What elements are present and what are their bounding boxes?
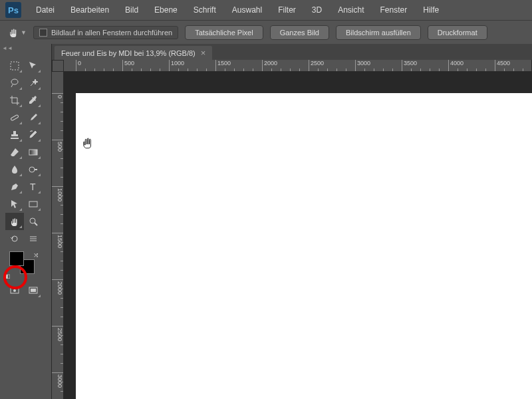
bandage-icon xyxy=(9,112,20,123)
print-size-button[interactable]: Druckformat xyxy=(428,25,487,40)
menu-help[interactable]: Hilfe xyxy=(416,3,446,17)
move-tool[interactable] xyxy=(24,57,43,74)
crop-tool[interactable] xyxy=(5,92,24,109)
app-logo: Ps xyxy=(5,2,21,18)
eraser-tool[interactable] xyxy=(5,144,24,161)
menu-select[interactable]: Auswahl xyxy=(225,3,269,17)
ruler-tick: 2500 xyxy=(309,60,324,71)
horizontal-ruler[interactable]: 050010001500200025003000350040004500 xyxy=(64,60,532,72)
ruler-origin[interactable] xyxy=(52,60,64,72)
menu-filter[interactable]: Filter xyxy=(271,3,303,17)
menu-type[interactable]: Schrift xyxy=(187,3,223,17)
lasso-tool[interactable] xyxy=(5,74,24,92)
eyedropper-tool[interactable] xyxy=(24,92,43,109)
svg-rect-0 xyxy=(11,62,19,70)
droplet-icon xyxy=(9,164,20,175)
eyedropper-icon xyxy=(28,95,39,106)
menu-file[interactable]: Datei xyxy=(29,3,61,17)
rectangle-icon xyxy=(28,199,39,209)
svg-rect-3 xyxy=(29,150,37,155)
crop-icon xyxy=(9,95,20,106)
scroll-all-windows-option[interactable]: Bildlauf in allen Fenstern durchführen xyxy=(33,26,178,39)
fit-screen-button[interactable]: Ganzes Bild xyxy=(270,25,329,40)
dots-icon xyxy=(28,233,39,244)
actual-pixels-button[interactable]: Tatsächliche Pixel xyxy=(185,25,263,40)
ruler-tick: 0 xyxy=(52,93,63,98)
gradient-tool[interactable] xyxy=(24,144,43,161)
foreground-color[interactable] xyxy=(9,251,24,266)
type-tool[interactable]: T xyxy=(24,178,43,196)
clone-stamp-tool[interactable] xyxy=(5,126,24,144)
current-tool-indicator[interactable]: ▼ xyxy=(8,25,27,41)
checkbox-icon xyxy=(39,29,47,37)
menu-layer[interactable]: Ebene xyxy=(148,3,184,17)
checkbox-label: Bildlauf in allen Fenstern durchführen xyxy=(51,29,172,37)
canvas-container: 050010001500200025003000 xyxy=(52,72,532,399)
menu-3d[interactable]: 3D xyxy=(305,3,329,17)
zoom-tool[interactable] xyxy=(24,213,43,230)
screenmode-tool[interactable] xyxy=(24,282,43,299)
stamp-icon xyxy=(9,130,20,140)
ruler-tick: 2500 xyxy=(52,326,63,341)
brush-icon xyxy=(28,112,39,123)
tab-title: Feuer und Eis by MDI bei 13,9% (RGB/8) xyxy=(61,49,196,57)
close-icon[interactable]: × xyxy=(201,49,206,57)
options-bar: ▼ Bildlauf in allen Fenstern durchführen… xyxy=(0,20,532,44)
workspace: ◄◄ xyxy=(0,44,532,399)
menu-view[interactable]: Ansicht xyxy=(331,3,370,17)
collapse-icon[interactable]: ◄◄ xyxy=(1,45,13,52)
magic-wand-tool[interactable] xyxy=(24,74,43,92)
magnifier-icon xyxy=(28,216,39,227)
canvas-viewport[interactable] xyxy=(64,72,532,399)
eraser-icon xyxy=(9,147,20,158)
svg-point-1 xyxy=(11,79,18,84)
rotate-icon xyxy=(9,233,20,244)
edit-toolbar-tool[interactable] xyxy=(24,230,43,247)
quickmask-tool[interactable] xyxy=(5,282,24,299)
svg-point-7 xyxy=(30,218,35,223)
rotate-view-tool[interactable] xyxy=(5,230,24,247)
vertical-ruler[interactable]: 050010001500200025003000 xyxy=(52,72,64,399)
pen-icon xyxy=(9,182,20,192)
ruler-tick: 4500 xyxy=(495,60,510,71)
ruler-tick: 1000 xyxy=(52,186,63,201)
document-tab[interactable]: Feuer und Eis by MDI bei 13,9% (RGB/8) × xyxy=(55,46,212,60)
gradient-icon xyxy=(28,147,39,158)
marquee-icon xyxy=(9,61,20,71)
path-select-tool[interactable] xyxy=(5,196,24,213)
marquee-tool[interactable] xyxy=(5,57,24,74)
hand-icon xyxy=(8,27,19,38)
ruler-tick: 1000 xyxy=(169,60,184,71)
hand-tool[interactable] xyxy=(5,213,24,230)
menu-bar: Ps Datei Bearbeiten Bild Ebene Schrift A… xyxy=(0,0,532,20)
menu-image[interactable]: Bild xyxy=(118,3,145,17)
fill-screen-button[interactable]: Bildschirm ausfüllen xyxy=(336,25,421,40)
svg-rect-11 xyxy=(31,289,36,292)
history-brush-tool[interactable] xyxy=(24,126,43,144)
swap-colors-icon[interactable]: ⤭ xyxy=(33,251,39,259)
canvas[interactable] xyxy=(76,93,532,399)
ruler-tick: 0 xyxy=(76,60,81,71)
ruler-tick: 1500 xyxy=(52,233,63,248)
document-tab-bar: Feuer und Eis by MDI bei 13,9% (RGB/8) × xyxy=(52,44,532,60)
quickmask-icon xyxy=(9,285,20,296)
pen-tool[interactable] xyxy=(5,178,24,196)
ruler-tick: 3000 xyxy=(355,60,370,71)
menu-window[interactable]: Fenster xyxy=(374,3,414,17)
chevron-down-icon: ▼ xyxy=(21,29,27,36)
ruler-tick: 4000 xyxy=(448,60,464,71)
lasso-icon xyxy=(9,78,20,88)
menu-edit[interactable]: Bearbeiten xyxy=(64,3,116,17)
tools-grid: T ⤭ ◧ xyxy=(5,57,47,299)
ruler-tick: 3000 xyxy=(52,372,63,388)
magic-wand-icon xyxy=(28,78,39,88)
ruler-tick: 3500 xyxy=(402,60,417,71)
rectangle-shape-tool[interactable] xyxy=(24,196,43,213)
dodge-tool[interactable] xyxy=(24,161,43,178)
ruler-tick: 1500 xyxy=(215,60,231,71)
svg-point-9 xyxy=(13,289,16,292)
brush-tool[interactable] xyxy=(24,109,43,126)
blur-tool[interactable] xyxy=(5,161,24,178)
healing-brush-tool[interactable] xyxy=(5,109,24,126)
default-colors-icon[interactable]: ◧ xyxy=(5,273,11,279)
